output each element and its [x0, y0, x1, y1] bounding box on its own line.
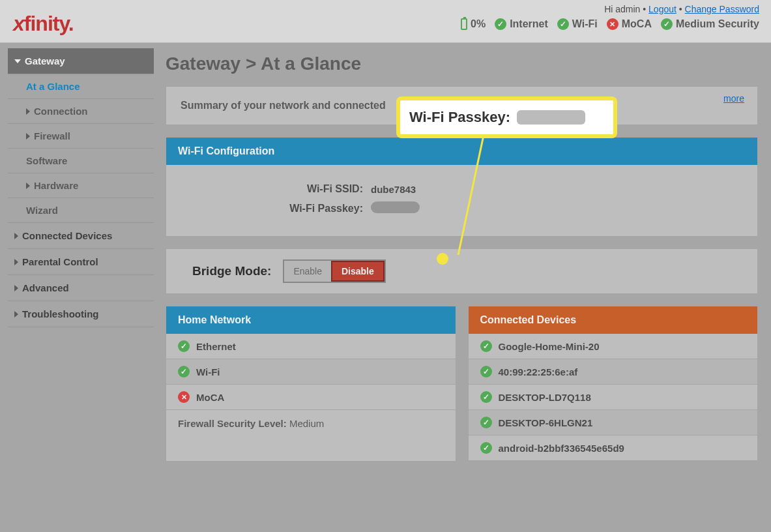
connected-devices-panel: Connected Devices Google-Home-Mini-20 40… — [468, 306, 759, 462]
logout-link[interactable]: Logout — [648, 4, 676, 14]
wifi-config-header: Wi-Fi Configuration — [166, 138, 757, 165]
sidebar: Gateway At a Glance Connection Firewall … — [0, 48, 159, 473]
firewall-security-row: Firewall Security Level: Medium — [166, 410, 456, 437]
redacted-passkey — [517, 110, 585, 125]
summary-text: Summary of your network and connected — [181, 100, 386, 111]
page-title: Gateway > At a Glance — [166, 53, 758, 74]
header: xfinity. Hi admin • Logout • Change Pass… — [0, 0, 771, 43]
moca-status: MoCA — [607, 18, 652, 30]
check-icon — [178, 340, 190, 352]
chevron-down-icon — [14, 59, 21, 63]
ssid-label: Wi-Fi SSID: — [166, 183, 368, 195]
battery-icon — [461, 18, 467, 30]
change-password-link[interactable]: Change Password — [685, 4, 759, 14]
home-network-panel: Home Network Ethernet Wi-Fi MoCA Firewal… — [166, 306, 456, 462]
x-icon — [178, 391, 190, 403]
check-icon — [495, 18, 506, 30]
chevron-right-icon — [14, 311, 18, 318]
passkey-value — [368, 201, 420, 215]
wifi-status: Wi-Fi — [557, 18, 598, 30]
list-item: DESKTOP-LD7Q118 — [469, 385, 758, 410]
battery-status: 0% — [461, 18, 486, 30]
list-item: Wi-Fi — [166, 359, 456, 385]
bridge-mode-label: Bridge Mode: — [192, 264, 271, 278]
list-item: android-b2bbf336545e65d9 — [469, 436, 758, 461]
callout-dot — [437, 253, 448, 265]
list-item: DESKTOP-6HLGN21 — [469, 410, 758, 436]
redacted-passkey — [371, 201, 420, 213]
status-bar: 0% Internet Wi-Fi MoCA Medium Security — [461, 18, 759, 30]
x-icon — [607, 18, 618, 30]
chevron-right-icon — [14, 233, 18, 239]
passkey-label: Wi-Fi Passkey: — [166, 203, 368, 214]
sidebar-item-wizard[interactable]: Wizard — [8, 198, 154, 223]
check-icon — [480, 366, 492, 377]
check-icon — [480, 391, 492, 403]
more-link[interactable]: more — [723, 93, 744, 104]
list-item: 40:99:22:25:6e:af — [469, 359, 758, 385]
home-network-header: Home Network — [166, 306, 456, 334]
sidebar-item-gateway[interactable]: Gateway — [8, 48, 154, 74]
callout-box: Wi-Fi Passkey: — [398, 98, 616, 137]
check-icon — [178, 366, 190, 377]
sidebar-item-hardware[interactable]: Hardware — [8, 173, 154, 198]
disable-button[interactable]: Disable — [331, 261, 385, 282]
logo: xfinity. — [13, 12, 74, 36]
top-links: Hi admin • Logout • Change Password — [604, 4, 759, 14]
sidebar-item-connected-devices[interactable]: Connected Devices — [8, 223, 154, 249]
check-icon — [557, 18, 569, 30]
bridge-mode-toggle: Enable Disable — [283, 259, 385, 283]
sidebar-item-at-a-glance[interactable]: At a Glance — [8, 74, 154, 99]
greeting: Hi admin — [604, 4, 640, 14]
sidebar-item-connection[interactable]: Connection — [8, 99, 154, 124]
chevron-right-icon — [14, 285, 18, 291]
bridge-mode-panel: Bridge Mode: Enable Disable — [166, 248, 758, 294]
connected-devices-header: Connected Devices — [469, 306, 758, 334]
internet-status: Internet — [495, 18, 548, 30]
passkey-row: Wi-Fi Passkey: — [166, 201, 757, 215]
list-item: MoCA — [166, 385, 456, 410]
wifi-config-panel: Wi-Fi Configuration Wi-Fi SSID: dube7843… — [166, 137, 758, 237]
callout-label: Wi-Fi Passkey: — [409, 109, 510, 126]
list-item: Google-Home-Mini-20 — [469, 334, 758, 359]
sidebar-item-firewall[interactable]: Firewall — [8, 124, 154, 149]
check-icon — [480, 417, 492, 428]
chevron-right-icon — [14, 259, 18, 265]
ssid-row: Wi-Fi SSID: dube7843 — [166, 183, 757, 195]
check-icon — [480, 340, 492, 352]
security-status: Medium Security — [661, 18, 759, 30]
chevron-right-icon — [26, 183, 30, 189]
chevron-right-icon — [26, 133, 30, 140]
sidebar-item-troubleshooting[interactable]: Troubleshooting — [8, 301, 154, 327]
list-item: Ethernet — [166, 334, 456, 359]
sidebar-item-software[interactable]: Software — [8, 149, 154, 173]
sidebar-item-advanced[interactable]: Advanced — [8, 275, 154, 301]
check-icon — [661, 18, 673, 30]
check-icon — [480, 442, 492, 454]
ssid-value: dube7843 — [368, 184, 416, 195]
chevron-right-icon — [26, 108, 30, 115]
sidebar-item-parental-control[interactable]: Parental Control — [8, 249, 154, 275]
enable-button[interactable]: Enable — [284, 261, 331, 282]
header-right: Hi admin • Logout • Change Password 0% I… — [461, 4, 759, 30]
